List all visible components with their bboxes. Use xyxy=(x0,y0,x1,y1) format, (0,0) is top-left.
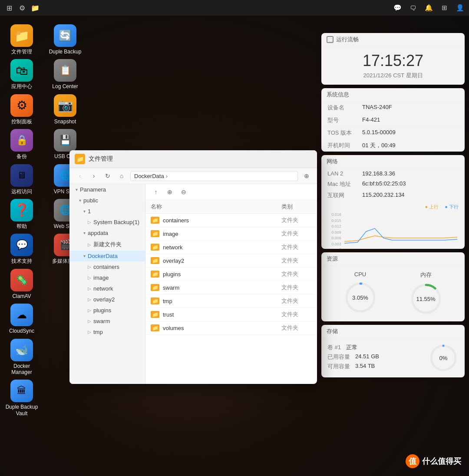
tos-value: 5.0.15-00009 xyxy=(362,129,396,137)
file-manager-label: 文件管理 xyxy=(11,49,32,55)
folder-icon: 📁 xyxy=(151,257,159,264)
table-row[interactable]: 📁 tmp 文件夹 xyxy=(145,294,317,308)
network-card: 网络 LAN 2 192.168.3.36 Mac 地址 6c:bf:b5:02… xyxy=(321,155,465,249)
desktop-icon-tech-support[interactable]: 💬 技术支持 xyxy=(4,234,39,264)
taskbar-bell-icon[interactable]: 🔔 xyxy=(424,3,433,13)
fm-forward-button[interactable]: › xyxy=(89,171,99,181)
desktop-icon-file-manager[interactable]: 📁 文件管理 xyxy=(4,24,39,55)
info-row-tos: TOS 版本 5.0.15-00009 xyxy=(321,127,465,139)
fm-delete-button[interactable]: ⊖ xyxy=(178,187,189,197)
snapshot-icon: 📷 xyxy=(54,94,76,117)
desktop-icon-cloudsync[interactable]: ☁ CloudSync xyxy=(4,304,39,334)
storage-body: 卷 #1 正常 已用容量 24.51 GB 可用容量 3.54 TB xyxy=(321,338,465,377)
desktop-icon-docker-manager[interactable]: 🐋 DockerManager xyxy=(4,339,39,376)
chart-legend: ● 上行 ● 下行 xyxy=(327,204,459,210)
file-type: 文件夹 xyxy=(281,324,312,332)
desktop-icon-duple-backup[interactable]: 🔄 Duple Backup xyxy=(48,24,83,55)
desktop-icon-control-panel[interactable]: ⚙ 控制面板 xyxy=(4,94,39,125)
file-name: swarm xyxy=(163,284,281,291)
backup-icon: 🔒 xyxy=(10,129,33,152)
control-panel-label: 控制面板 xyxy=(11,119,32,125)
sidebar-containers[interactable]: ▷ containers xyxy=(69,261,145,272)
cpu-label: CPU xyxy=(354,271,366,278)
taskbar-apps-icon[interactable]: ⊞ xyxy=(439,3,449,13)
docker-manager-label: DockerManager xyxy=(11,363,32,376)
sidebar-1[interactable]: ▾ 1 xyxy=(69,206,145,217)
ram-label: 内存 xyxy=(420,271,432,279)
table-row[interactable]: 📁 overlay2 文件夹 xyxy=(145,254,317,268)
fm-titlebar: 📁 文件管理 xyxy=(69,150,317,168)
taskbar-message-icon[interactable]: 🗨 xyxy=(408,3,418,13)
mac-label: Mac 地址 xyxy=(327,180,362,188)
usb-copy-icon: 💾 xyxy=(54,129,76,152)
desktop-icon-snapshot[interactable]: 📷 Snapshot xyxy=(48,94,83,125)
watermark-text: 什么值得买 xyxy=(422,456,461,466)
running-card-header: ⬚ 运行流畅 xyxy=(321,33,465,46)
desktop-icon-clamav[interactable]: 🦠 ClamAV xyxy=(4,269,39,299)
cpu-gauge: 3.05% xyxy=(343,280,378,315)
desktop-icon-remote-access[interactable]: 🖥 远程访问 xyxy=(4,164,39,195)
sidebar-new-folder[interactable]: ▷ 新建文件夹 xyxy=(69,238,145,251)
sidebar-plugins[interactable]: ▷ plugins xyxy=(69,305,145,316)
storage-info: 卷 #1 正常 已用容量 24.51 GB 可用容量 3.54 TB xyxy=(327,344,425,372)
clamav-label: ClamAV xyxy=(12,293,31,299)
network-chart-svg xyxy=(343,212,459,247)
desktop-icon-backup[interactable]: 🔒 备份 xyxy=(4,129,39,159)
fm-back-button[interactable]: ‹ xyxy=(75,171,85,181)
storage-header: 存储 xyxy=(321,325,465,338)
taskbar-user-icon[interactable]: 👤 xyxy=(455,3,465,13)
sidebar-image[interactable]: ▷ image xyxy=(69,272,145,283)
storage-avail-row: 可用容量 3.54 TB xyxy=(327,363,425,370)
taskbar: ⊞ ⚙ 📁 💬 🗨 🔔 ⊞ 👤 xyxy=(0,0,469,16)
table-row[interactable]: 📁 swarm 文件夹 xyxy=(145,281,317,294)
sidebar-dockerdata[interactable]: ▾ DockerData xyxy=(69,251,145,261)
fm-action-button[interactable]: ⊕ xyxy=(301,171,312,181)
storage-used-row: 已用容量 24.51 GB xyxy=(327,353,425,361)
table-row[interactable]: 📁 containers 文件夹 xyxy=(145,214,317,227)
ram-gauge: 11.55% xyxy=(409,281,443,316)
sidebar-tmp[interactable]: ▷ tmp xyxy=(69,327,145,337)
resources-header: 资源 xyxy=(321,252,465,266)
desktop: 📁 文件管理 🔄 Duple Backup 🛍 应用中心 📋 Log Cente… xyxy=(0,16,469,476)
fm-title: 文件管理 xyxy=(89,155,113,163)
uptime-label: 开机时间 xyxy=(327,142,362,149)
running-status-label: 运行流畅 xyxy=(336,36,359,43)
table-row[interactable]: 📁 plugins 文件夹 xyxy=(145,268,317,281)
fm-add-button[interactable]: ⊕ xyxy=(165,187,175,197)
desktop-icon-duple-vault[interactable]: 🏛 Duple BackupVault xyxy=(4,380,39,416)
table-row[interactable]: 📁 trust 文件夹 xyxy=(145,308,317,321)
sidebar-overlay2[interactable]: ▷ overlay2 xyxy=(69,294,145,305)
taskbar-grid-icon[interactable]: ⊞ xyxy=(4,3,14,13)
table-row[interactable]: 📁 network 文件夹 xyxy=(145,241,317,254)
desktop-icon-log-center[interactable]: 📋 Log Center xyxy=(48,59,83,89)
file-type: 文件夹 xyxy=(281,270,312,278)
taskbar-folder-icon[interactable]: 📁 xyxy=(30,3,40,13)
desktop-icon-app-center[interactable]: 🛍 应用中心 xyxy=(4,59,39,89)
file-type: 文件夹 xyxy=(281,311,312,318)
sidebar-network[interactable]: ▷ network xyxy=(69,283,145,294)
help-label: 帮助 xyxy=(17,223,27,229)
fm-upload-button[interactable]: ↑ xyxy=(151,187,161,197)
sidebar-system-backup[interactable]: ▷ System Backup(1) xyxy=(69,217,145,228)
fm-content: ↑ ⊕ ⊖ 名称 类别 📁 containers 文件夹 📁 image xyxy=(145,184,317,384)
sidebar-public[interactable]: ▾ public xyxy=(69,195,145,206)
net-lan-row: LAN 2 192.168.3.36 xyxy=(321,169,465,178)
desktop-icon-help[interactable]: ❓ 帮助 xyxy=(4,199,39,229)
table-row[interactable]: 📁 volumes 文件夹 xyxy=(145,321,317,335)
lan-label: LAN 2 xyxy=(327,170,362,177)
sidebar-swarm[interactable]: ▷ swarm xyxy=(69,316,145,327)
fm-refresh-button[interactable]: ↻ xyxy=(102,171,113,181)
fm-path-bar[interactable]: DockerData › xyxy=(130,171,298,181)
watermark: 值 什么值得买 xyxy=(406,454,461,468)
app-center-label: 应用中心 xyxy=(11,83,32,89)
folder-icon: 📁 xyxy=(151,230,159,237)
taskbar-comment-icon[interactable]: 💬 xyxy=(393,3,402,13)
table-row[interactable]: 📁 image 文件夹 xyxy=(145,227,317,241)
taskbar-settings-icon[interactable]: ⚙ xyxy=(17,3,27,13)
sidebar-appdata[interactable]: ▾ appdata xyxy=(69,228,145,238)
folder-icon: 📁 xyxy=(151,271,159,278)
sidebar-panamera[interactable]: ▾ Panamera xyxy=(69,184,145,195)
file-name: network xyxy=(163,244,281,251)
tos-label: TOS 版本 xyxy=(327,129,362,137)
fm-home-button[interactable]: ⌂ xyxy=(116,171,127,181)
